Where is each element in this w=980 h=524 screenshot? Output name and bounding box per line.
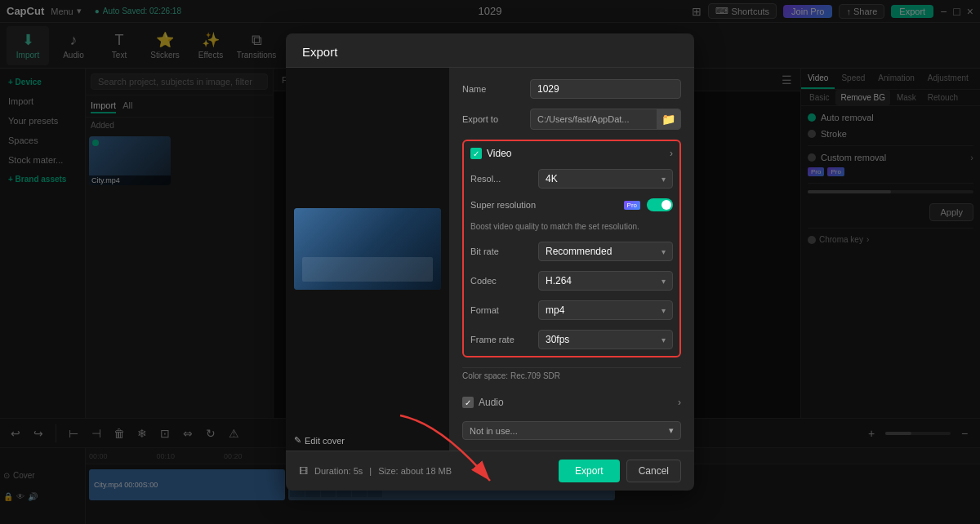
modal-preview: ✎ Edit cover	[286, 68, 449, 451]
audio-chevron: ›	[678, 397, 681, 408]
video-check: ✓	[470, 148, 482, 159]
video-chevron: ›	[670, 148, 673, 159]
framerate-select[interactable]: 30fps ▾	[538, 330, 673, 349]
audio-field: Not in use... ▾	[462, 421, 681, 440]
resolution-select[interactable]: 4K ▾	[538, 169, 673, 189]
export-modal: Export ✎ Edit cover Name	[286, 33, 694, 491]
video-section-header[interactable]: ✓ Video ›	[470, 148, 673, 159]
framerate-label: Frame rate	[470, 335, 532, 344]
format-chevron: ▾	[662, 306, 666, 315]
cancel-button[interactable]: Cancel	[626, 460, 681, 482]
bitrate-select[interactable]: Recommended ▾	[538, 242, 673, 261]
super-res-label: Super resolution	[470, 200, 617, 210]
resolution-row: Resol... 4K ▾	[470, 169, 673, 189]
footer-separator: |	[369, 466, 372, 476]
modal-title: Export	[286, 33, 694, 68]
resolution-label: Resol...	[470, 174, 532, 184]
modal-settings: Name Export to 📁 ✓ Video	[449, 68, 694, 451]
preview-canvas	[286, 68, 449, 430]
format-label: Format	[470, 305, 532, 315]
footer-size: Size: about 18 MB	[378, 466, 452, 476]
bitrate-row: Bit rate Recommended ▾	[470, 242, 673, 261]
video-section-highlight: ✓ Video › Resol... 4K ▾ Super re	[462, 140, 681, 357]
name-input[interactable]	[530, 79, 681, 99]
audio-section: ✓ Audio ›	[462, 393, 681, 411]
footer-info: 🎞 Duration: 5s | Size: about 18 MB	[299, 466, 452, 476]
export-to-label: Export to	[462, 114, 523, 124]
edit-icon: ✎	[294, 435, 301, 446]
bitrate-label: Bit rate	[470, 246, 532, 256]
modal-footer: 🎞 Duration: 5s | Size: about 18 MB Expor…	[286, 451, 694, 491]
edit-cover-button[interactable]: ✎ Edit cover	[286, 430, 449, 451]
thumb-image	[294, 208, 441, 290]
name-label: Name	[462, 84, 523, 94]
export-path-input[interactable]	[531, 111, 657, 127]
video-file-icon: 🎞	[299, 466, 308, 476]
format-select[interactable]: mp4 ▾	[538, 300, 673, 320]
boost-text: Boost video quality to match the set res…	[470, 221, 673, 232]
super-resolution-row: Super resolution Pro	[470, 198, 673, 211]
export-to-row: Export to 📁	[462, 109, 681, 130]
browse-button[interactable]: 📁	[657, 109, 680, 129]
color-space-text: Color space: Rec.709 SDR	[462, 367, 681, 384]
super-res-pro-badge: Pro	[624, 201, 640, 210]
audio-check: ✓	[462, 397, 474, 408]
modal-body: ✎ Edit cover Name Export to 📁	[286, 68, 694, 451]
codec-select[interactable]: H.264 ▾	[538, 271, 673, 291]
name-row: Name	[462, 79, 681, 99]
footer-duration: Duration: 5s	[314, 466, 363, 476]
export-to-field: 📁	[530, 109, 681, 130]
framerate-chevron: ▾	[662, 335, 666, 344]
super-res-toggle[interactable]	[647, 198, 673, 211]
footer-actions: Export Cancel	[559, 460, 681, 482]
preview-thumb	[294, 208, 441, 290]
export-button[interactable]: Export	[559, 460, 620, 482]
format-row: Format mp4 ▾	[470, 300, 673, 320]
resolution-chevron: ▾	[662, 175, 666, 184]
codec-row: Codec H.264 ▾	[470, 271, 673, 291]
framerate-row: Frame rate 30fps ▾	[470, 330, 673, 349]
audio-chevron-down: ▾	[669, 425, 674, 436]
codec-chevron: ▾	[662, 277, 666, 286]
modal-overlay: Export ✎ Edit cover Name	[0, 0, 980, 524]
codec-label: Codec	[470, 276, 532, 286]
bitrate-chevron: ▾	[662, 247, 666, 256]
